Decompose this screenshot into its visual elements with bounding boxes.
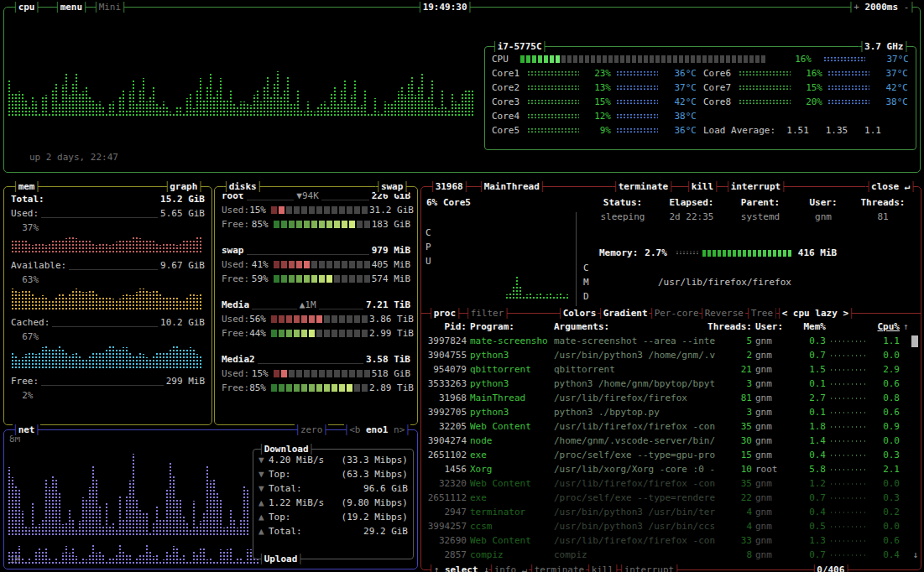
footer-interrupt-button[interactable]: interrupt (619, 563, 680, 572)
proc-table-row[interactable]: 2651102exe/proc/self/exe --type=gpu-pro1… (421, 448, 921, 462)
detail-kill-button[interactable]: kill (686, 179, 719, 194)
meter-block (342, 275, 347, 283)
proc-table-row[interactable]: 2947terminator/usr/bin/python3 /usr/bin/… (421, 505, 921, 519)
proc-table-row[interactable]: 3992705python3python3 ./bpytop.py3gnm0.1… (421, 405, 921, 419)
meter-block (685, 55, 689, 63)
proc-table-row[interactable]: 31968MainThread/usr/lib/firefox/firefox8… (421, 391, 921, 405)
meter-block (342, 221, 347, 228)
detail-terminate-button[interactable]: terminate (613, 179, 674, 194)
mini-mode-toggle[interactable]: Mini (93, 0, 127, 14)
cpu-box-title[interactable]: cpu (13, 0, 40, 14)
proc-mem-pct: 0.4 (796, 505, 826, 519)
footer-kill-button[interactable]: kill (586, 563, 619, 572)
footer-select-control[interactable]: ↑ select ↓ (428, 563, 495, 572)
cpu-total-label: CPU (492, 52, 509, 66)
iface-prev-button[interactable]: <b (349, 424, 366, 435)
proc-cpu-pct: 0.9 (869, 419, 900, 434)
proc-percore-toggle[interactable]: Per-core (649, 306, 704, 320)
proc-sort-selector[interactable]: < cpu lazy > (776, 306, 854, 320)
disk-name-row: Media23.58 TiB (222, 352, 410, 367)
proc-table-row[interactable]: 3533263python3python3 /home/gnm/bpytop/b… (421, 377, 921, 391)
proc-table-row[interactable]: 3904274node/home/gnm/.vscode-server/bin/… (421, 434, 921, 448)
disks-swap-toggle[interactable]: swap (375, 179, 409, 194)
disk-free-meter (274, 221, 372, 228)
proc-gradient-toggle[interactable]: Gradient (598, 306, 653, 320)
meter-block (304, 261, 310, 268)
meter-block (638, 55, 642, 63)
proc-cpu-pct: 0.6 (869, 405, 900, 419)
mem-graph-toggle[interactable]: graph (164, 179, 203, 194)
proc-pid: 954079 (425, 362, 467, 377)
meter-block (271, 330, 277, 337)
core-name: Core5 (492, 123, 527, 138)
meter-block (294, 315, 300, 323)
detail-close-button[interactable]: close ↵ (865, 179, 916, 194)
menu-button[interactable]: menu (55, 0, 88, 14)
net-stat-row: ▲Top:(19.2 Mibps) (258, 510, 408, 524)
proc-table-row[interactable]: 2651112exe/proc/self/exe --type=rendere2… (421, 491, 921, 505)
proc-filter-button[interactable]: filter (465, 306, 509, 320)
net-interface-selector[interactable]: <b eno1 n> (344, 423, 411, 437)
iface-next-button[interactable]: n> (389, 424, 405, 435)
disk-free-value: 183 GiB (372, 217, 410, 231)
proc-reverse-toggle[interactable]: Reverse (699, 306, 749, 320)
proc-pid: 32320 (425, 476, 467, 491)
detail-interrupt-button[interactable]: interrupt (725, 179, 786, 194)
meter-block (309, 330, 315, 337)
net-stat-value: (63.3 Mibps) (342, 467, 408, 481)
proc-program: Web Content (470, 419, 551, 434)
proc-table-row[interactable]: 32205Web Content/usr/lib/firefox/firefox… (421, 419, 921, 434)
proc-user: root (755, 462, 792, 476)
core-usage-minimeter (739, 86, 791, 91)
net-stats-subbox: Download Upload ▼4.20 MiB/s(33.3 Mibps)▼… (253, 449, 414, 559)
footer-info-button[interactable]: info ↵ (488, 563, 533, 572)
proc-table-row[interactable]: 2857compizcompiz8gnm0.70.4 (421, 548, 921, 562)
meter-block (289, 261, 295, 268)
net-stat-value: 29.2 GiB (363, 524, 408, 538)
proc-pid: 3904755 (425, 348, 467, 362)
disk-used-label: Used: (222, 312, 249, 326)
proc-program: node (470, 434, 551, 448)
proc-cpu-pct: 0.0 (869, 434, 900, 448)
net-zero-toggle[interactable]: zero (295, 423, 328, 437)
proc-user: gnm (755, 419, 792, 434)
proc-table-row[interactable]: 32320Web Content/usr/lib/firefox/firefox… (421, 476, 921, 491)
proc-tree-toggle[interactable]: Tree (745, 306, 779, 320)
leader-line (319, 301, 364, 309)
upload-arrow-icon: ▲ (258, 496, 269, 510)
interval-plus-button[interactable]: + (854, 2, 859, 13)
proc-table-row[interactable]: 32690Web Content/usr/lib/firefox/firefox… (421, 533, 921, 548)
core-name: Core1 (492, 66, 527, 81)
footer-terminate-button[interactable]: terminate (529, 563, 590, 572)
meter-block (311, 275, 317, 283)
meter-block (286, 206, 292, 214)
proc-pid: 2651112 (425, 491, 467, 505)
proc-scrollbar[interactable] (911, 335, 918, 347)
proc-colors-toggle[interactable]: Colors (557, 306, 602, 320)
core-stat: Core715%42°C (703, 81, 908, 95)
proc-table-row[interactable]: 3994257ccsm/usr/bin/python3 /usr/bin/ccs… (421, 519, 921, 533)
detail-stats-values: sleeping2d 22:35systemdgnm81 (589, 210, 915, 224)
proc-table-row[interactable]: 3904755python3/usr/bin/python3 /home/gnm… (421, 348, 921, 362)
mem-stat-pct: 67% (11, 330, 39, 344)
proc-pid: 1456 (425, 462, 467, 476)
mem-stat-pct: 63% (11, 273, 39, 287)
net-stat-label: Total: (269, 481, 302, 496)
mem-stat-label: Available: (11, 258, 66, 273)
meter-block (544, 55, 548, 63)
proc-table-row[interactable]: 954079qbittorrentqbittorrent21gnm1.52.9 (421, 362, 921, 377)
proc-table-row[interactable]: 1456Xorg/usr/lib/xorg/Xorg -core :0 -10r… (421, 462, 921, 476)
meter-block (650, 55, 654, 63)
interval-minus-button[interactable]: - (904, 2, 910, 13)
meter-block (271, 384, 277, 392)
mem-stat-value: 5.65 GiB (160, 206, 205, 221)
meter-block (319, 221, 325, 228)
meter-block (661, 55, 666, 63)
net-stat-value: 96.6 GiB (363, 481, 408, 496)
proc-mem-minigraph (829, 396, 866, 400)
core-stat: Core616%37°C (703, 66, 908, 81)
mem-stat-pct-row: 63% (11, 273, 205, 287)
disk-used-label: Used: (222, 257, 249, 272)
proc-table-row[interactable]: 3997824mate-screenshomate-screenshot --a… (421, 334, 921, 348)
proc-threads: 3 (725, 405, 752, 419)
